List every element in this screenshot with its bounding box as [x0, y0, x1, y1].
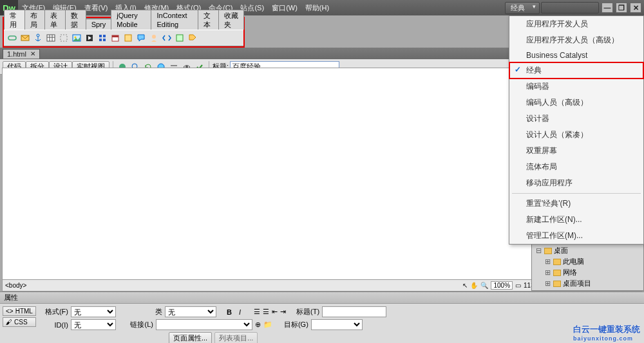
- svg-point-9: [75, 37, 77, 39]
- bold-button[interactable]: B: [227, 308, 232, 316]
- date-icon[interactable]: [109, 32, 121, 44]
- tag-selector[interactable]: <body>: [5, 282, 26, 289]
- properties-title: 属性: [0, 292, 644, 304]
- svg-point-2: [37, 34, 39, 37]
- outdent-icon[interactable]: ⇤: [272, 308, 278, 316]
- folder-icon: [553, 259, 561, 265]
- template-icon[interactable]: [174, 32, 185, 44]
- media-icon[interactable]: [84, 32, 95, 44]
- hyperlink-icon[interactable]: [6, 32, 18, 44]
- tree-row[interactable]: ⊟桌面: [535, 245, 641, 256]
- widget-icon[interactable]: [97, 32, 108, 44]
- pointer-icon[interactable]: ↖: [462, 282, 468, 289]
- workspace-menu-item[interactable]: Business Catalyst: [509, 48, 643, 62]
- workspace-menu-item[interactable]: 编码人员（高级）: [509, 95, 643, 111]
- menu-item[interactable]: 窗口(W): [268, 0, 301, 15]
- properties-panel: 属性 <> HTML 🖌 CSS 格式(F) 无 类 无 B I ☰ ☰ ⇤ ⇥: [0, 292, 644, 343]
- workspace-menu-item[interactable]: 应用程序开发人员: [509, 16, 643, 32]
- close-button[interactable]: ✕: [630, 3, 641, 13]
- italic-button[interactable]: I: [239, 308, 241, 316]
- script-icon[interactable]: [161, 32, 173, 44]
- ssi-icon[interactable]: [122, 32, 134, 44]
- insert-tab[interactable]: 文本: [198, 10, 219, 30]
- workspace-menu-item[interactable]: 编码器: [509, 79, 643, 95]
- document-tab[interactable]: 1.html ✕: [3, 49, 40, 59]
- insert-tab[interactable]: jQuery Mobile: [111, 10, 151, 30]
- link-browse-icon[interactable]: 📁: [263, 320, 272, 329]
- ol-icon[interactable]: ☰: [263, 308, 269, 316]
- link-select[interactable]: [156, 319, 252, 330]
- tag-icon[interactable]: [187, 32, 198, 44]
- workspace-menu-item[interactable]: 流体布局: [509, 159, 643, 175]
- tree-row[interactable]: ⊞桌面项目: [535, 278, 641, 289]
- svg-rect-17: [125, 35, 131, 41]
- app-menubar: Dw 文件(F)编辑(E)查看(V)插入(I)修改(M)格式(O)命令(C)站点…: [0, 0, 644, 15]
- workspace-menu-item[interactable]: 经典: [509, 62, 643, 79]
- page-properties-button[interactable]: 页面属性...: [169, 332, 212, 343]
- workspace-menu-item[interactable]: 应用程序开发人员（高级）: [509, 32, 643, 48]
- insert-tab[interactable]: 布局: [24, 10, 46, 30]
- class-select[interactable]: 无: [165, 306, 216, 317]
- tree-row[interactable]: ⊞此电脑: [535, 256, 641, 267]
- svg-rect-14: [103, 39, 106, 41]
- svg-rect-12: [103, 35, 106, 37]
- insert-tab[interactable]: 表单: [44, 10, 66, 30]
- window-size-icon[interactable]: ▭: [515, 282, 521, 289]
- workspace-menu: 应用程序开发人员应用程序开发人员（高级）Business Catalyst经典编…: [509, 15, 644, 245]
- document-tab-label: 1.html: [7, 50, 26, 58]
- id-label: ID(I): [40, 321, 68, 329]
- id-select[interactable]: 无: [71, 319, 116, 330]
- class-label: 类: [134, 307, 162, 317]
- title2-input[interactable]: [322, 306, 386, 317]
- tree-row[interactable]: ⊞网络: [535, 267, 641, 278]
- svg-rect-24: [171, 65, 177, 66]
- insert-tab[interactable]: 收藏夹: [218, 10, 244, 30]
- html-mode-button[interactable]: <> HTML: [3, 306, 36, 316]
- head-icon[interactable]: [148, 32, 160, 44]
- hand-icon[interactable]: ✋: [470, 282, 478, 289]
- workspace-menu-item[interactable]: 重置'经典'(R): [509, 196, 643, 212]
- indent-icon[interactable]: ⇥: [280, 308, 286, 316]
- restore-button[interactable]: ❐: [616, 3, 627, 13]
- workspace-switcher[interactable]: 经典: [505, 2, 540, 14]
- insert-tab[interactable]: 常用: [4, 10, 25, 30]
- target-label: 目标(G): [284, 320, 308, 329]
- workspace-menu-item[interactable]: 新建工作区(N)...: [509, 212, 643, 228]
- target-select[interactable]: [311, 319, 363, 330]
- workspace-menu-item[interactable]: 双重屏幕: [509, 143, 643, 159]
- insert-tab[interactable]: Spry: [86, 19, 112, 30]
- workspace-menu-item[interactable]: 移动应用程序: [509, 175, 643, 191]
- svg-rect-3: [47, 35, 55, 41]
- list-item-button[interactable]: 列表项目...: [214, 332, 258, 343]
- folder-icon: [553, 270, 561, 276]
- insert-panel-highlight: 常用布局表单数据SpryjQuery MobileInContext Editi…: [3, 17, 245, 48]
- comment-icon[interactable]: [135, 32, 147, 44]
- svg-rect-7: [61, 35, 67, 41]
- link-point-icon[interactable]: ⊕: [255, 320, 261, 329]
- css-mode-button[interactable]: 🖌 CSS: [3, 317, 36, 327]
- zoom-icon[interactable]: 🔍: [480, 282, 488, 289]
- anchor-icon[interactable]: [32, 32, 44, 44]
- file-tree[interactable]: ⊟桌面⊞此电脑⊞网络⊞桌面项目: [532, 244, 643, 290]
- minimize-button[interactable]: —: [601, 3, 613, 13]
- insert-icon-row: [4, 30, 243, 46]
- insert-tab[interactable]: InContext Editing: [151, 10, 198, 30]
- ul-icon[interactable]: ☰: [254, 308, 260, 316]
- zoom-value[interactable]: 100%: [491, 281, 513, 290]
- format-select[interactable]: 无: [71, 306, 116, 317]
- watermark: 白云一键重装系统 baiyunxitong.com: [573, 324, 640, 342]
- table-icon[interactable]: [45, 32, 57, 44]
- svg-rect-13: [99, 39, 102, 41]
- folder-icon: [553, 281, 561, 287]
- close-tab-icon[interactable]: ✕: [30, 50, 35, 57]
- workspace-menu-item[interactable]: 设计器: [509, 111, 643, 127]
- insert-tab-row: 常用布局表单数据SpryjQuery MobileInContext Editi…: [4, 18, 243, 30]
- image-icon[interactable]: [71, 32, 82, 44]
- search-input[interactable]: [541, 2, 599, 14]
- insert-tab[interactable]: 数据: [65, 10, 86, 30]
- div-icon[interactable]: [58, 32, 70, 44]
- email-icon[interactable]: [19, 32, 31, 44]
- workspace-menu-item[interactable]: 管理工作区(M)...: [509, 228, 643, 244]
- workspace-menu-item[interactable]: 设计人员（紧凑）: [509, 127, 643, 143]
- menu-item[interactable]: 帮助(H): [301, 0, 333, 15]
